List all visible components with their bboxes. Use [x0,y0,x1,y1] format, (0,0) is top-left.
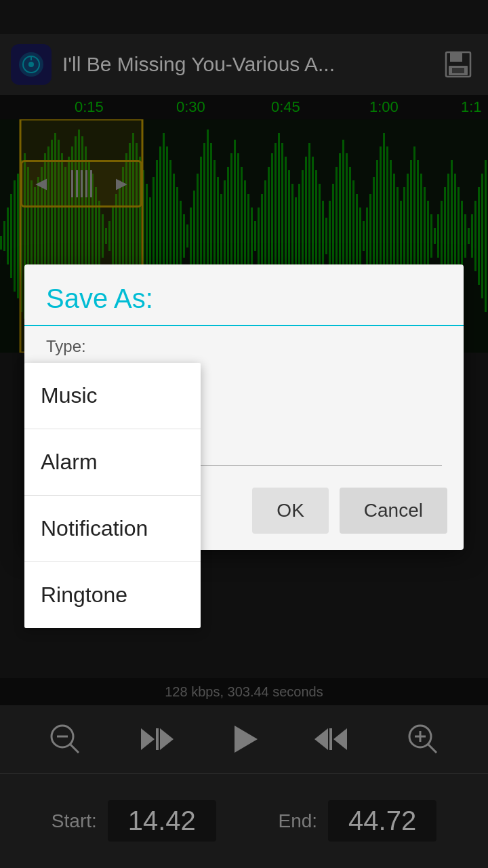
cancel-button[interactable]: Cancel [340,488,447,534]
dialog-title: Save As: [24,264,464,325]
dropdown-item-ringtone[interactable]: Ringtone [24,562,201,628]
dropdown-item-music[interactable]: Music [24,363,201,429]
ok-button[interactable]: OK [252,488,328,534]
type-label: Type: [24,326,464,359]
type-dropdown-menu[interactable]: Music Alarm Notification Ringtone [24,363,201,628]
dropdown-item-alarm[interactable]: Alarm [24,429,201,496]
dropdown-item-notification[interactable]: Notification [24,496,201,562]
